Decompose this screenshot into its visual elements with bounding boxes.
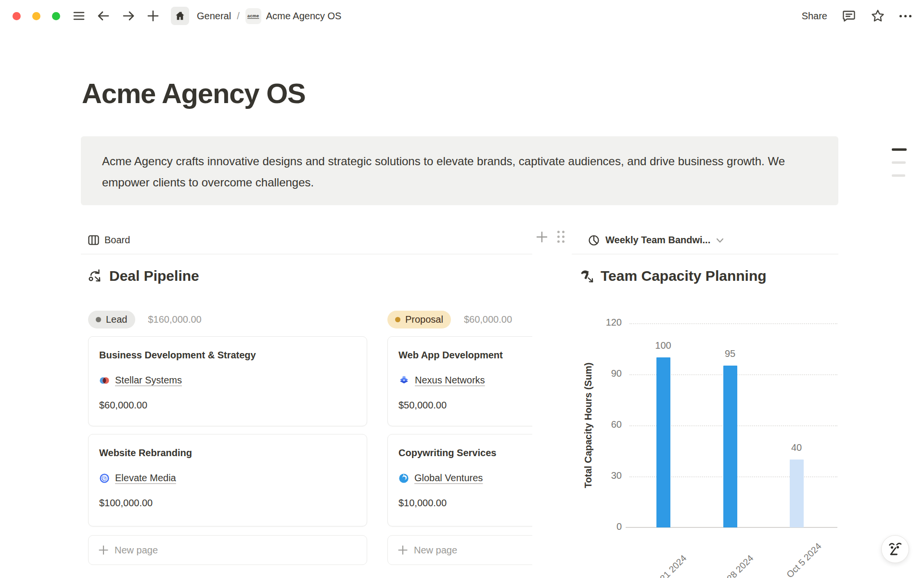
y-axis-ticks: 0306090120 (572, 323, 622, 527)
blue-spiral-icon (99, 473, 110, 484)
bar-value-label: 100 (646, 340, 680, 351)
view-selector-label: Weekly Team Bandwi... (605, 235, 710, 246)
breadcrumb-separator: / (237, 11, 240, 22)
board-card-business-development[interactable]: Business Development & Strategy Stellar … (88, 336, 367, 426)
chart-heading: Team Capacity Planning (579, 268, 767, 284)
board-view-icon (88, 235, 99, 245)
client-link[interactable]: Elevate Media (115, 473, 176, 484)
bar-value-label: 95 (713, 348, 747, 359)
bar-21-2024[interactable] (656, 357, 670, 527)
gray-dot-icon (96, 317, 101, 322)
bar-28-2024[interactable] (723, 366, 737, 527)
bar-value-label: 40 (780, 442, 813, 453)
board-card-web-app-development[interactable]: Web App Development Nexus Networks $50,0… (387, 336, 532, 426)
ai-face-icon (887, 541, 903, 557)
callout-text: Acme Agency crafts innovative designs an… (102, 155, 785, 189)
board-card-copywriting-services[interactable]: Copywriting Services Global Ventures $10… (387, 434, 532, 526)
new-page-label: New page (414, 545, 457, 556)
more-icon[interactable] (899, 15, 911, 17)
close-window-button[interactable] (13, 12, 21, 20)
group-badge-proposal[interactable]: Proposal (387, 311, 451, 328)
minimize-window-button[interactable] (32, 12, 40, 20)
home-icon[interactable] (171, 7, 189, 25)
chart-heading-label: Team Capacity Planning (601, 268, 767, 284)
y-tick-label: 30 (611, 470, 622, 481)
drag-handle-icon[interactable] (557, 231, 565, 243)
client-link[interactable]: Global Ventures (414, 473, 483, 484)
board-tab-label: Board (104, 235, 130, 246)
window-toolbar: General / acme Acme Agency OS Share (0, 0, 924, 32)
add-view-plus-icon[interactable] (535, 230, 549, 244)
card-amount: $50,000.00 (398, 400, 532, 411)
card-title: Business Development & Strategy (99, 349, 355, 361)
comment-icon[interactable] (842, 9, 856, 23)
group-label: Lead (106, 314, 128, 325)
tab-board-view[interactable]: Board (81, 235, 130, 246)
capacity-bar-chart: 1009540 (629, 323, 837, 527)
callout-block[interactable]: Acme Agency crafts innovative designs an… (81, 136, 838, 205)
client-link[interactable]: Nexus Networks (415, 375, 485, 386)
y-tick-label: 90 (611, 368, 622, 379)
card-title: Web App Development (398, 349, 532, 361)
board-heading: Deal Pipeline (88, 268, 199, 284)
zoom-window-button[interactable] (52, 12, 60, 20)
y-tick-label: 0 (616, 521, 622, 532)
card-title: Copywriting Services (398, 447, 532, 459)
pipeline-icon (88, 269, 103, 283)
chevron-down-icon (716, 237, 724, 243)
new-page-label: New page (115, 545, 158, 556)
y-tick-label: 60 (611, 419, 622, 430)
card-title: Website Rebranding (99, 447, 355, 459)
new-tab-plus-icon[interactable] (147, 10, 159, 22)
client-link[interactable]: Stellar Systems (115, 375, 182, 386)
forward-arrow-icon[interactable] (122, 10, 135, 22)
toc-collapsed-indicator[interactable] (892, 148, 907, 187)
new-page-plus-icon (98, 545, 109, 555)
group-sum: $160,000.00 (148, 314, 202, 325)
hammer-icon (579, 269, 594, 283)
chart-pane: Weekly Team Bandwi... Team Capacity Plan… (572, 226, 838, 578)
traffic-lights (13, 12, 60, 20)
back-arrow-icon[interactable] (97, 10, 110, 22)
x-tick-label: Oct 5 2024 (784, 541, 823, 578)
breadcrumb: General / acme Acme Agency OS (197, 8, 341, 24)
pie-chart-icon (588, 235, 600, 246)
board-heading-label: Deal Pipeline (109, 268, 199, 284)
x-tick-label: 21 2024 (658, 553, 689, 578)
hamburger-icon[interactable] (73, 10, 85, 22)
group-label: Proposal (405, 314, 443, 325)
group-badge-lead[interactable]: Lead (88, 311, 135, 328)
group-sum: $60,000.00 (464, 314, 512, 325)
breadcrumb-page[interactable]: Acme Agency OS (266, 11, 342, 22)
amber-dot-icon (395, 317, 400, 322)
page-title[interactable]: Acme Agency OS (82, 77, 306, 109)
breadcrumb-root[interactable]: General (197, 11, 231, 22)
venn-circles-icon (99, 375, 110, 386)
card-amount: $100,000.00 (99, 498, 355, 509)
x-tick-label: 28 2024 (725, 553, 756, 578)
new-page-plus-icon (398, 545, 408, 555)
blue-layers-icon (398, 375, 410, 386)
y-tick-label: 120 (606, 317, 622, 328)
ai-assistant-button[interactable] (881, 535, 909, 563)
card-amount: $10,000.00 (398, 498, 532, 509)
card-amount: $60,000.00 (99, 400, 355, 411)
view-selector[interactable]: Weekly Team Bandwi... (572, 235, 724, 246)
new-page-button[interactable]: New page (88, 535, 367, 565)
star-icon[interactable] (871, 9, 885, 23)
workspace-logo-icon[interactable]: acme (245, 8, 261, 24)
share-button[interactable]: Share (802, 11, 827, 22)
bar-oct-5-2024[interactable] (790, 460, 804, 527)
blue-donut-icon (398, 473, 409, 484)
new-page-button[interactable]: New page (387, 535, 532, 565)
board-pane: Board Deal Pipeline Lead $160,000.00 Pro… (81, 226, 532, 578)
board-card-website-rebranding[interactable]: Website Rebranding Elevate Media $100,00… (88, 434, 367, 526)
